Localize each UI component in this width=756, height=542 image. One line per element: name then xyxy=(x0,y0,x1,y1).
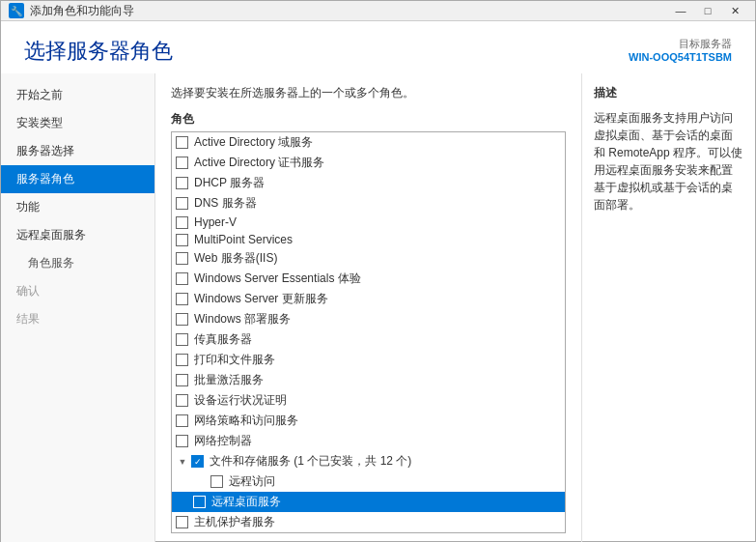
checkbox-ad-ds[interactable] xyxy=(176,136,188,149)
role-item-ad-cs[interactable]: Active Directory 证书服务 xyxy=(172,153,565,173)
role-label-dhcp: DHCP 服务器 xyxy=(194,175,265,191)
role-item-rds[interactable]: ✓ 远程桌面服务 xyxy=(172,492,565,512)
right-panel: 选择要安装在所选服务器上的一个或多个角色。 角色 Active Director… xyxy=(155,73,755,542)
role-item-hyper-v[interactable]: Hyper-V xyxy=(172,214,565,231)
checkbox-fax[interactable] xyxy=(176,333,188,346)
role-item-iis[interactable]: Web 服务器(IIS) xyxy=(172,248,565,269)
checkbox-rds[interactable]: ✓ xyxy=(193,496,206,508)
role-item-file-storage[interactable]: ▼ ✓ 文件和存储服务 (1 个已安装，共 12 个) xyxy=(172,451,565,471)
checkbox-dns[interactable] xyxy=(176,197,188,210)
checkbox-network-policy[interactable] xyxy=(176,414,188,427)
role-item-print[interactable]: 打印和文件服务 xyxy=(172,350,565,370)
sidebar-item-server-select[interactable]: 服务器选择 xyxy=(1,137,154,165)
checkbox-print[interactable] xyxy=(176,354,188,366)
checkbox-network-ctrl[interactable] xyxy=(176,435,188,447)
header-area: 选择服务器角色 目标服务器 WIN-OOQ54T1TSBM xyxy=(1,21,755,73)
desc-header: 描述 xyxy=(594,85,743,101)
role-label-file-storage: 文件和存储服务 (1 个已安装，共 12 个) xyxy=(210,453,411,470)
role-item-host-guardian[interactable]: 主机保护者服务 xyxy=(172,512,565,532)
checkbox-deploy[interactable] xyxy=(176,313,188,326)
role-item-device-health[interactable]: 设备运行状况证明 xyxy=(172,390,565,411)
role-label-print: 打印和文件服务 xyxy=(194,352,275,368)
description-panel: 描述 远程桌面服务支持用户访问虚拟桌面、基于会话的桌面和 RemoteApp 程… xyxy=(581,73,755,542)
window-title: 添加角色和功能向导 xyxy=(30,3,134,19)
role-label-host-guardian: 主机保护者服务 xyxy=(194,514,275,530)
maximize-button[interactable]: □ xyxy=(695,1,720,20)
target-server-label: 目标服务器 xyxy=(629,37,732,51)
checkbox-hyper-v[interactable] xyxy=(176,216,188,229)
role-label-rds: 远程桌面服务 xyxy=(211,494,281,510)
checkbox-multipoint[interactable] xyxy=(176,234,188,246)
role-item-dhcp[interactable]: DHCP 服务器 xyxy=(172,173,565,193)
role-item-remote-access[interactable]: 远程访问 xyxy=(189,471,565,492)
desc-text: 远程桌面服务支持用户访问虚拟桌面、基于会话的桌面和 RemoteApp 程序。可… xyxy=(594,109,743,214)
sidebar-item-result: 结果 xyxy=(1,305,154,333)
sidebar-item-server-roles[interactable]: 服务器角色 xyxy=(1,165,154,193)
checkbox-device-health[interactable] xyxy=(176,394,188,407)
wizard-content: 选择服务器角色 目标服务器 WIN-OOQ54T1TSBM 开始之前 安装类型 … xyxy=(1,21,755,542)
checkbox-ad-cs[interactable] xyxy=(176,157,188,169)
role-label-iis: Web 服务器(IIS) xyxy=(194,250,277,267)
role-label-device-health: 设备运行状况证明 xyxy=(194,392,287,409)
role-item-multipoint[interactable]: MultiPoint Services xyxy=(172,231,565,248)
sidebar-item-features[interactable]: 功能 xyxy=(1,193,154,221)
checkbox-file-storage[interactable]: ✓ xyxy=(191,455,204,468)
title-bar: 🔧 添加角色和功能向导 — □ ✕ xyxy=(1,1,755,21)
title-bar-left: 🔧 添加角色和功能向导 xyxy=(9,3,134,19)
role-label-wse: Windows Server Essentials 体验 xyxy=(194,271,361,287)
role-label-multipoint: MultiPoint Services xyxy=(194,233,293,246)
main-area: 开始之前 安装类型 服务器选择 服务器角色 功能 远程桌面服务 角色服务 确认 … xyxy=(1,73,755,542)
wizard-icon: 🔧 xyxy=(9,3,24,18)
role-label-network-ctrl: 网络控制器 xyxy=(194,433,252,449)
checkbox-remote-access[interactable] xyxy=(210,475,223,488)
checkbox-iis[interactable] xyxy=(176,252,188,265)
role-item-deploy[interactable]: Windows 部署服务 xyxy=(172,309,565,329)
role-item-vol-act[interactable]: 批量激活服务 xyxy=(172,370,565,390)
role-item-wse[interactable]: Windows Server Essentials 体验 xyxy=(172,269,565,289)
expand-file-storage[interactable]: ▼ xyxy=(176,455,189,469)
role-label-ad-ds: Active Directory 域服务 xyxy=(194,134,313,151)
role-item-network-policy[interactable]: 网络策略和访问服务 xyxy=(172,411,565,431)
role-label-remote-access: 远程访问 xyxy=(229,473,275,490)
sidebar-item-role-services[interactable]: 角色服务 xyxy=(1,249,154,277)
role-item-fax[interactable]: 传真服务器 xyxy=(172,329,565,350)
role-item-network-ctrl[interactable]: 网络控制器 xyxy=(172,431,565,451)
checkbox-host-guardian[interactable] xyxy=(176,516,188,528)
role-label-fax: 传真服务器 xyxy=(194,331,252,348)
role-column-header: 角色 xyxy=(171,111,566,128)
role-item-wsus[interactable]: Windows Server 更新服务 xyxy=(172,289,565,309)
sidebar: 开始之前 安装类型 服务器选择 服务器角色 功能 远程桌面服务 角色服务 确认 … xyxy=(1,73,155,542)
role-item-ad-ds[interactable]: Active Directory 域服务 xyxy=(172,132,565,153)
checkbox-wse[interactable] xyxy=(176,272,188,285)
role-item-dns[interactable]: DNS 服务器 xyxy=(172,193,565,214)
role-label-wsus: Windows Server 更新服务 xyxy=(194,291,328,307)
checkbox-vol-act[interactable] xyxy=(176,374,188,386)
instruction-text: 选择要安装在所选服务器上的一个或多个角色。 xyxy=(171,85,566,101)
sidebar-item-remote-desktop[interactable]: 远程桌面服务 xyxy=(1,221,154,249)
sidebar-item-confirm: 确认 xyxy=(1,277,154,305)
checkbox-dhcp[interactable] xyxy=(176,177,188,189)
target-server-info: 目标服务器 WIN-OOQ54T1TSBM xyxy=(629,37,732,63)
role-list[interactable]: Active Directory 域服务 Active Directory 证书… xyxy=(171,131,566,533)
role-label-ad-cs: Active Directory 证书服务 xyxy=(194,155,324,171)
checkbox-wsus[interactable] xyxy=(176,293,188,305)
close-button[interactable]: ✕ xyxy=(722,1,747,20)
role-panel: 选择要安装在所选服务器上的一个或多个角色。 角色 Active Director… xyxy=(155,73,581,542)
sidebar-item-before[interactable]: 开始之前 xyxy=(1,81,154,109)
target-server-name: WIN-OOQ54T1TSBM xyxy=(629,51,732,63)
role-label-deploy: Windows 部署服务 xyxy=(194,311,291,328)
sidebar-item-install-type[interactable]: 安装类型 xyxy=(1,109,154,137)
minimize-button[interactable]: — xyxy=(668,1,693,20)
role-label-hyper-v: Hyper-V xyxy=(194,215,237,229)
role-label-dns: DNS 服务器 xyxy=(194,195,257,212)
page-title: 选择服务器角色 xyxy=(24,37,173,66)
role-label-network-policy: 网络策略和访问服务 xyxy=(194,413,298,429)
wizard-window: 🔧 添加角色和功能向导 — □ ✕ 选择服务器角色 目标服务器 WIN-OOQ5… xyxy=(0,0,756,542)
window-controls: — □ ✕ xyxy=(668,1,747,20)
role-label-vol-act: 批量激活服务 xyxy=(194,372,264,388)
